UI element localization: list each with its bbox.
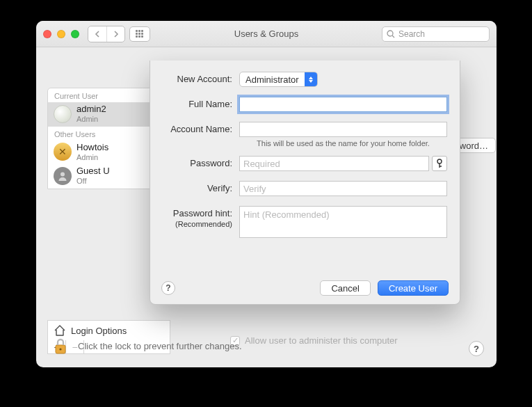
user-name: Guest U (76, 166, 110, 177)
forward-button[interactable] (106, 26, 124, 42)
user-name: admin2 (76, 104, 106, 115)
avatar-icon (54, 143, 72, 161)
row-password: Password: (150, 156, 460, 171)
login-options-label: Login Options (71, 326, 127, 336)
user-role: Admin (76, 153, 108, 162)
minimize-window-button[interactable] (57, 30, 65, 38)
lock-row: Click the lock to prevent further change… (50, 335, 242, 356)
label-verify: Verify: (150, 181, 239, 193)
password-assistant-button[interactable] (432, 156, 447, 171)
search-icon (387, 30, 395, 38)
verify-input[interactable] (239, 181, 447, 196)
account-name-hint: This will be used as the name for your h… (239, 139, 447, 147)
svg-point-4 (59, 348, 61, 350)
lock-icon[interactable] (50, 335, 71, 356)
svg-point-2 (61, 172, 65, 176)
cancel-button[interactable]: Cancel (320, 280, 370, 296)
admin-checkbox-label: Allow user to administer this computer (245, 335, 398, 346)
avatar-icon (54, 105, 72, 123)
row-verify: Verify: (150, 181, 460, 196)
avatar-icon (54, 167, 72, 185)
full-name-input[interactable] (239, 97, 447, 112)
show-all-button[interactable] (129, 26, 150, 42)
svg-point-5 (437, 159, 442, 163)
row-new-account: New Account: Administrator (150, 72, 460, 87)
grid-icon (136, 30, 144, 38)
password-input[interactable] (239, 156, 429, 171)
svg-point-0 (387, 31, 393, 36)
cancel-label: Cancel (331, 283, 359, 294)
account-type-select[interactable]: Administrator (239, 72, 318, 87)
label-hint: Password hint: (Recommended) (150, 206, 239, 229)
new-account-sheet: New Account: Administrator Full Name: Ac… (150, 61, 460, 305)
user-name: Howtois (76, 143, 108, 153)
sheet-footer: ? Cancel Create User (150, 280, 460, 296)
select-arrows-icon (305, 72, 317, 86)
label-full-name: Full Name: (150, 97, 239, 109)
row-hint: Password hint: (Recommended) (150, 206, 460, 240)
account-type-value: Administrator (240, 74, 305, 85)
titlebar: Users & Groups Search (36, 21, 497, 47)
label-password: Password: (150, 156, 239, 168)
user-role: Admin (76, 115, 106, 124)
hint-input[interactable] (239, 206, 447, 238)
zoom-window-button[interactable] (71, 30, 79, 38)
label-account-name: Account Name: (150, 122, 239, 134)
account-name-input[interactable] (239, 122, 447, 137)
label-new-account: New Account: (150, 72, 239, 84)
back-button[interactable] (88, 26, 106, 42)
search-placeholder: Search (398, 29, 425, 39)
create-user-button[interactable]: Create User (378, 280, 449, 296)
create-user-label: Create User (389, 283, 437, 294)
admin-checkbox-row: ✓ Allow user to administer this computer (230, 335, 398, 346)
row-full-name: Full Name: (150, 97, 460, 112)
system-preferences-window: Users & Groups Search Current User admin… (36, 21, 497, 367)
svg-line-1 (392, 35, 394, 38)
lock-text: Click the lock to prevent further change… (78, 341, 242, 351)
key-icon (435, 159, 444, 168)
window-controls (43, 30, 79, 38)
user-role: Off (76, 177, 110, 186)
search-field[interactable]: Search (382, 26, 490, 42)
sheet-help-button[interactable]: ? (161, 281, 175, 295)
nav-buttons (88, 26, 125, 42)
close-window-button[interactable] (43, 30, 51, 38)
help-button[interactable]: ? (469, 341, 484, 356)
row-account-name: Account Name: This will be used as the n… (150, 122, 460, 147)
